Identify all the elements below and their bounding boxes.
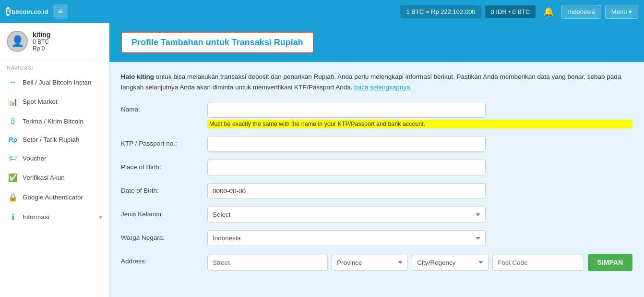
voucher-icon: 🏷: [8, 154, 18, 162]
btc-rate-display: 1 BTC = Rp 222.102.000: [400, 5, 481, 18]
place-of-birth-row: Place of Birth:: [121, 160, 632, 175]
intro-link[interactable]: baca selengkapnya.: [354, 84, 412, 91]
jenis-kelamin-label: Jenis Kelamin:: [121, 207, 207, 218]
chevron-down-icon: ▾: [99, 213, 102, 221]
warga-negara-field: Indonesia Other: [207, 230, 632, 246]
place-of-birth-field: [207, 160, 632, 175]
nama-label: Nama:: [121, 102, 207, 113]
spot-market-icon: 📊: [8, 97, 18, 106]
sidebar-item-setor-tarik[interactable]: Rp Setor / Tarik Rupiah: [0, 131, 109, 148]
nama-input[interactable]: [207, 102, 486, 118]
logo-icon: ₿: [6, 6, 11, 17]
jenis-kelamin-select[interactable]: Select Laki-laki Perempuan: [207, 207, 486, 223]
address-label: Address:: [121, 254, 207, 265]
page-header: Profile Tambahan untuk Transaksi Rupiah: [109, 23, 644, 62]
logo-text: bitcoin.co.id: [12, 8, 48, 15]
ktp-label: KTP / Passport no.:: [121, 136, 207, 147]
intro-greeting: Halo kiting: [121, 73, 154, 80]
informasi-icon: ℹ: [8, 212, 18, 222]
ktp-row: KTP / Passport no.:: [121, 136, 632, 152]
form-area: Halo kiting untuk bisa melakukan transak…: [109, 62, 644, 288]
sidebar-item-label: Setor / Tarik Rupiah: [23, 136, 79, 143]
sidebar-item-spot-market[interactable]: 📊 Spot Market: [0, 92, 109, 111]
sidebar: 👤 kiting 0 BTC Rp 0 NAVIGASI ↔ Beli / Ju…: [0, 23, 109, 297]
sidebar-item-verifikasi[interactable]: ✅ Verifikasi Akun: [0, 168, 109, 187]
sidebar-item-terima-kirim[interactable]: ₿ Terima / Kirim Bitcoin: [0, 111, 109, 131]
google-auth-icon: 🔒: [8, 193, 18, 202]
user-btc-balance: 0 BTC: [33, 38, 50, 45]
navbar: ₿ bitcoin.co.id ≡ 1 BTC = Rp 222.102.000…: [0, 0, 644, 23]
language-button[interactable]: Indonesia: [561, 5, 601, 19]
warga-negara-row: Warga Negara: Indonesia Other: [121, 230, 632, 246]
postcode-input[interactable]: [492, 255, 584, 271]
menu-button[interactable]: Menu ▾: [605, 5, 638, 19]
jenis-kelamin-row: Jenis Kelamin: Select Laki-laki Perempua…: [121, 207, 632, 223]
avatar: 👤: [7, 31, 28, 52]
navbar-right: 1 BTC = Rp 222.102.000 0 IDR • 0 BTC 🔔 I…: [400, 4, 638, 19]
nama-field: Must be exactly the same with the name i…: [207, 102, 632, 128]
sidebar-item-label: Google Authenticator: [23, 194, 83, 201]
nav-section-label: NAVIGASI: [0, 60, 109, 73]
nama-warning: Must be exactly the same with the name i…: [207, 120, 632, 128]
terima-kirim-icon: ₿: [8, 117, 18, 125]
sidebar-item-voucher[interactable]: 🏷 Voucher: [0, 148, 109, 168]
date-of-birth-field: [207, 183, 632, 199]
avatar-icon: 👤: [11, 35, 24, 48]
ktp-field: [207, 136, 632, 152]
sidebar-item-label: Spot Market: [23, 98, 58, 105]
warga-negara-label: Warga Negara:: [121, 230, 207, 241]
verifikasi-icon: ✅: [8, 173, 18, 182]
address-row: Address: Province City/Regency SIMPAN: [121, 254, 632, 271]
logo: ₿ bitcoin.co.id: [6, 6, 48, 17]
navbar-left: ₿ bitcoin.co.id ≡: [6, 4, 68, 19]
jenis-kelamin-field: Select Laki-laki Perempuan: [207, 207, 632, 223]
user-info: 👤 kiting 0 BTC Rp 0: [0, 23, 109, 60]
ktp-input[interactable]: [207, 136, 486, 152]
main-content: Profile Tambahan untuk Transaksi Rupiah …: [109, 23, 644, 297]
hamburger-button[interactable]: ≡: [53, 4, 68, 19]
user-rp-balance: Rp 0: [33, 45, 50, 52]
nama-row: Nama: Must be exactly the same with the …: [121, 102, 632, 128]
balance-display: 0 IDR • 0 BTC: [485, 5, 536, 18]
date-of-birth-input[interactable]: [207, 183, 486, 199]
sidebar-item-label: Informasi: [23, 213, 49, 221]
page-header-box: Profile Tambahan untuk Transaksi Rupiah: [121, 32, 314, 53]
city-select[interactable]: City/Regency: [412, 255, 488, 271]
street-input[interactable]: [207, 255, 328, 271]
username-label: kiting: [33, 31, 50, 38]
user-details: kiting 0 BTC Rp 0: [33, 31, 50, 52]
setor-tarik-icon: Rp: [8, 136, 18, 143]
sidebar-item-label: Terima / Kirim Bitcoin: [23, 118, 83, 125]
date-of-birth-row: Date of Birth:: [121, 183, 632, 199]
page-title: Profile Tambahan untuk Transaksi Rupiah: [131, 37, 303, 47]
sidebar-item-label: Verifikasi Akun: [23, 174, 65, 181]
intro-text: Halo kiting untuk bisa melakukan transak…: [121, 72, 632, 92]
simpan-button[interactable]: SIMPAN: [588, 254, 632, 271]
address-fields: Province City/Regency SIMPAN: [207, 254, 632, 271]
beli-jual-icon: ↔: [8, 78, 18, 87]
layout: 👤 kiting 0 BTC Rp 0 NAVIGASI ↔ Beli / Ju…: [0, 23, 644, 297]
sidebar-item-google-auth[interactable]: 🔒 Google Authenticator: [0, 187, 109, 207]
date-of-birth-label: Date of Birth:: [121, 183, 207, 194]
sidebar-item-label: Voucher: [23, 155, 47, 162]
province-select[interactable]: Province: [332, 255, 408, 271]
notification-bell-button[interactable]: 🔔: [539, 4, 558, 19]
sidebar-item-beli-jual[interactable]: ↔ Beli / Jual Bitcoin Instan: [0, 73, 109, 92]
place-of-birth-label: Place of Birth:: [121, 160, 207, 171]
sidebar-item-informasi[interactable]: ℹ Informasi ▾: [0, 207, 109, 227]
place-of-birth-input[interactable]: [207, 160, 486, 175]
sidebar-item-label: Beli / Jual Bitcoin Instan: [23, 79, 91, 86]
warga-negara-select[interactable]: Indonesia Other: [207, 230, 486, 246]
